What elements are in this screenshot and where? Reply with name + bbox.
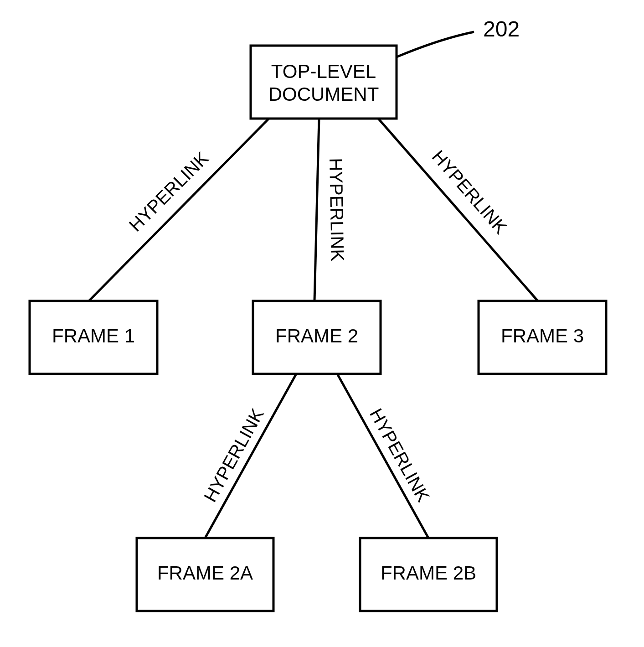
edge-root-f2 [314,119,319,301]
svg-text:FRAME 3: FRAME 3 [501,325,584,347]
edge-label-f2-f2a: HYPERLINK [200,405,268,505]
edge-label-root-f2: HYPERLINK [326,158,348,262]
edge-root-f1 [89,119,269,301]
diagram-canvas: 202 HYPERLINK HYPERLINK HYPERLINK HYPERL… [0,0,644,647]
node-frame-3: FRAME 3 [479,301,606,374]
edge-f2-f2b [337,374,428,538]
reference-number: 202 [483,17,520,41]
edge-label-f2-f2b: HYPERLINK [366,405,434,505]
edge-label-root-f1: HYPERLINK [125,148,212,235]
node-frame-2a: FRAME 2A [137,538,273,611]
svg-text:FRAME 1: FRAME 1 [52,325,135,347]
svg-text:FRAME 2A: FRAME 2A [157,562,253,584]
svg-text:TOP-LEVEL: TOP-LEVEL [271,61,376,82]
edge-f2-f2a [205,374,296,538]
svg-text:DOCUMENT: DOCUMENT [268,83,379,105]
svg-text:FRAME 2B: FRAME 2B [381,562,476,584]
reference-leader [397,32,474,57]
node-frame-2b: FRAME 2B [360,538,497,611]
node-frame-2: FRAME 2 [253,301,381,374]
edge-root-f3 [378,119,538,301]
node-top-level-document: TOP-LEVEL DOCUMENT [251,46,397,119]
node-frame-1: FRAME 1 [30,301,157,374]
svg-text:FRAME 2: FRAME 2 [275,325,358,347]
